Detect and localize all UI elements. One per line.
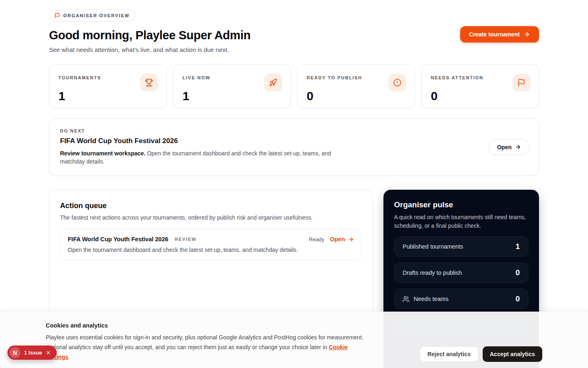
- stat-card-tournaments: TOURNAMENTS 1: [49, 64, 167, 108]
- pulse-row-drafts: Drafts ready to publish 0: [394, 263, 528, 283]
- arrow-right-icon: [515, 144, 521, 150]
- queue-item-description: Open the tournament dashboard and check …: [68, 247, 354, 253]
- stat-label: NEEDS ATTENTION: [431, 73, 483, 80]
- users-icon: [403, 296, 410, 303]
- action-queue-title: Action queue: [60, 202, 362, 210]
- do-next-action: Review tournament workspace.: [60, 150, 145, 157]
- dev-issues-label: 1 Issue: [24, 350, 42, 356]
- cookie-banner-body: Playlee uses essential cookies for sign-…: [46, 332, 370, 362]
- arrow-right-icon: [348, 236, 354, 242]
- pulse-row-label: Published tournaments: [403, 243, 463, 250]
- pulse-row-value: 1: [515, 242, 520, 251]
- page-subtitle: See what needs attention, what's live, a…: [49, 46, 539, 53]
- stat-label: TOURNAMENTS: [58, 73, 101, 80]
- stat-card-ready-to-publish: READY TO PUBLISH 0: [297, 64, 415, 108]
- queue-item-status: Ready: [309, 236, 324, 242]
- flag-icon: [54, 13, 60, 18]
- badge-label: ORGANISER OVERVIEW: [63, 13, 129, 18]
- dev-issues-pill[interactable]: N 1 Issue: [7, 346, 57, 360]
- stats-row: TOURNAMENTS 1 LIVE NOW 1 READY TO PUBLIS…: [49, 64, 539, 108]
- create-tournament-label: Create tournament: [469, 31, 520, 38]
- do-next-card: DO NEXT FIFA World Cup Youth Festival 20…: [49, 118, 539, 176]
- open-link-label: Open: [330, 236, 345, 242]
- queue-item-tag: REVIEW: [175, 237, 196, 242]
- arrow-right-icon: [523, 31, 530, 38]
- stat-label: READY TO PUBLISH: [307, 73, 362, 80]
- stat-value: 0: [307, 89, 406, 103]
- cookie-body-text: Playlee uses essential cookies for sign-…: [46, 334, 363, 350]
- pulse-row-needs-teams: Needs teams 0: [394, 289, 528, 309]
- pulse-row-label: Needs teams: [414, 296, 448, 302]
- close-icon[interactable]: [46, 350, 51, 355]
- organiser-pulse-description: A quick read on which tournaments still …: [394, 213, 528, 230]
- stat-value: 1: [58, 89, 158, 103]
- organiser-pulse-title: Organiser pulse: [394, 200, 528, 209]
- pulse-row-value: 0: [515, 294, 520, 303]
- stat-value: 1: [183, 89, 282, 103]
- open-button-label: Open: [497, 144, 512, 150]
- stat-label: LIVE NOW: [183, 73, 210, 80]
- action-queue-description: The fastest next actions across your tou…: [60, 214, 362, 221]
- pulse-row-published: Published tournaments 1: [394, 236, 528, 257]
- page-header: ORGANISER OVERVIEW Good morning, Playlee…: [49, 0, 539, 53]
- nextjs-logo-icon: N: [9, 347, 20, 358]
- cookie-body-period: .: [68, 354, 70, 360]
- stat-card-needs-attention: NEEDS ATTENTION 0: [421, 64, 539, 108]
- create-tournament-button[interactable]: Create tournament: [460, 26, 539, 43]
- queue-item: FIFA World Cup Youth Festival 2026 REVIE…: [60, 229, 362, 260]
- pulse-row-label: Drafts ready to publish: [403, 269, 462, 276]
- do-next-eyebrow: DO NEXT: [60, 128, 528, 133]
- reject-analytics-button[interactable]: Reject analytics: [420, 346, 479, 362]
- queue-item-open-link[interactable]: Open: [330, 236, 354, 242]
- queue-item-title: FIFA World Cup Youth Festival 2026: [68, 236, 168, 242]
- organiser-overview-badge: ORGANISER OVERVIEW: [49, 10, 136, 21]
- cookie-banner-title: Cookies and analytics: [46, 322, 588, 329]
- accept-analytics-button[interactable]: Accept analytics: [483, 346, 543, 362]
- stat-value: 0: [431, 89, 530, 103]
- do-next-open-button[interactable]: Open: [488, 139, 530, 155]
- do-next-description: Review tournament workspace. Open the to…: [60, 149, 338, 166]
- pulse-row-value: 0: [515, 268, 520, 277]
- cookie-banner: Cookies and analytics Playlee uses essen…: [0, 312, 588, 368]
- stat-card-live-now: LIVE NOW 1: [173, 64, 291, 108]
- cookie-actions: Reject analytics Accept analytics: [420, 346, 542, 362]
- do-next-title: FIFA World Cup Youth Festival 2026: [60, 137, 528, 145]
